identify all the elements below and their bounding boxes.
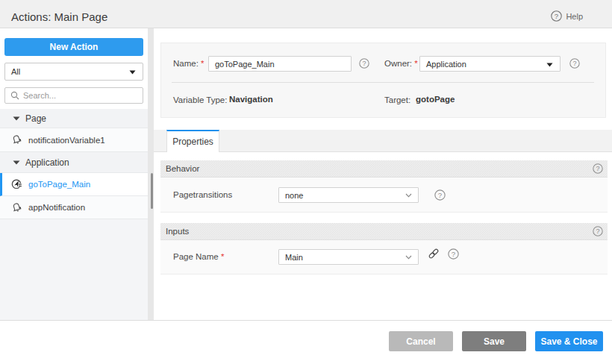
- name-label: Name: *: [173, 59, 204, 68]
- section-title: Inputs: [166, 227, 189, 236]
- svg-text:?: ?: [596, 228, 599, 235]
- section-title: Behavior: [166, 164, 199, 173]
- svg-text:?: ?: [596, 165, 599, 172]
- section-header-behavior: Behavior ?: [160, 160, 608, 178]
- inputs-help-icon[interactable]: ?: [593, 226, 603, 236]
- save-and-close-button[interactable]: Save & Close: [535, 331, 603, 351]
- filter-value: All: [11, 67, 20, 76]
- save-button[interactable]: Save: [462, 331, 526, 351]
- target-label: Target:: [384, 95, 410, 104]
- owner-select[interactable]: Application: [419, 56, 561, 72]
- variables-tree: Page notificationVariable1 Application: [0, 109, 148, 219]
- caret-down-icon: [546, 63, 553, 67]
- owner-label: Owner: *: [384, 59, 418, 68]
- pagetransitions-help-icon[interactable]: ?: [434, 189, 446, 201]
- search-box[interactable]: [4, 87, 143, 104]
- action-summary-card: Name: * ? Owner: * Application ? Variabl…: [160, 43, 606, 118]
- svg-text:?: ?: [572, 60, 576, 67]
- bell-icon: [11, 128, 22, 151]
- navigate-page-icon: [11, 173, 23, 195]
- svg-text:?: ?: [555, 12, 558, 20]
- name-input[interactable]: [208, 56, 352, 72]
- owner-help-icon[interactable]: ?: [569, 58, 580, 69]
- tab-properties[interactable]: Properties: [166, 130, 219, 152]
- bell-icon: [11, 196, 22, 219]
- card-divider: [172, 82, 594, 83]
- tree-item-goToPage_Main[interactable]: goToPage_Main: [0, 173, 148, 196]
- search-input[interactable]: [23, 91, 135, 100]
- caret-down-icon: [129, 70, 136, 75]
- chevron-down-icon: [405, 255, 412, 260]
- section-header-inputs: Inputs ?: [160, 223, 608, 240]
- page-name-label: Page Name *: [173, 252, 224, 261]
- target-value: gotoPage: [416, 95, 455, 104]
- triangle-down-icon[interactable]: [13, 152, 20, 172]
- actions-sidebar: New Action All Page: [0, 28, 148, 320]
- svg-text:?: ?: [452, 250, 455, 258]
- new-action-button[interactable]: New Action: [4, 38, 143, 56]
- page-title: Actions: Main Page: [11, 3, 107, 31]
- link-binding-icon[interactable]: [428, 248, 440, 260]
- pagetransitions-label: Pagetransitions: [173, 190, 232, 199]
- help-icon: ?: [551, 10, 562, 22]
- chevron-down-icon: [405, 193, 412, 198]
- search-icon: [10, 91, 19, 100]
- svg-text:?: ?: [438, 191, 442, 199]
- variable-type-label: Variable Type:: [173, 95, 227, 104]
- help-label: Help: [566, 12, 583, 21]
- help-button[interactable]: ? Help: [551, 2, 583, 30]
- variable-type-value: Navigation: [229, 95, 273, 104]
- tree-group-application[interactable]: Application: [0, 152, 148, 173]
- tree-group-page[interactable]: Page: [0, 109, 148, 128]
- footer-divider: [0, 320, 612, 321]
- page-name-help-icon[interactable]: ?: [448, 248, 459, 260]
- action-detail-panel: Name: * ? Owner: * Application ? Variabl…: [154, 28, 612, 320]
- svg-text:?: ?: [362, 60, 366, 67]
- name-help-icon[interactable]: ?: [359, 58, 369, 69]
- tree-item-appNotification[interactable]: appNotification: [0, 196, 148, 219]
- triangle-down-icon[interactable]: [13, 109, 20, 128]
- tree-item-notificationVariable1[interactable]: notificationVariable1: [0, 128, 148, 152]
- behavior-help-icon[interactable]: ?: [593, 163, 603, 174]
- filter-dropdown[interactable]: All: [4, 63, 143, 81]
- cancel-button[interactable]: Cancel: [389, 331, 453, 351]
- tab-bar: Properties: [154, 130, 612, 152]
- vertical-scrollbar-thumb[interactable]: [151, 173, 153, 209]
- pagetransitions-select[interactable]: none: [278, 187, 419, 203]
- section-body-inputs: Page Name * Main ?: [160, 240, 608, 274]
- section-body-behavior: Pagetransitions none ?: [160, 178, 608, 213]
- page-name-select[interactable]: Main: [278, 249, 419, 265]
